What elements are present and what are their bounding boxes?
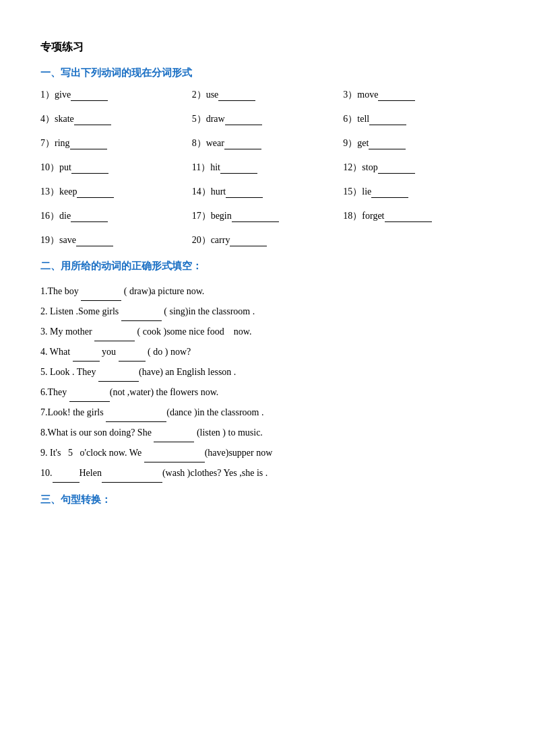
- sentence-1: 1.The boy ( draw)a picture now.: [40, 282, 495, 301]
- sentence-4: 4. What you ( do ) now?: [40, 343, 495, 362]
- exercise-grid: 1）give 2）use 3）move 4）skate 5）draw 6）tel…: [40, 89, 495, 246]
- item-9: 9）get: [343, 137, 495, 149]
- sentence-8: 8.What is our son doing? She (listen ) t…: [40, 423, 495, 442]
- item-20: 20）carry: [192, 234, 344, 246]
- section2-title: 二、用所给的动词的正确形式填空：: [40, 260, 495, 273]
- item-4: 4）skate: [40, 113, 192, 125]
- item-18: 18）forget: [343, 210, 495, 222]
- sentence-10: 10.Helen(wash )clothes? Yes ,she is .: [40, 464, 495, 483]
- sentence-3: 3. My mother ( cook )some nice food now.: [40, 322, 495, 341]
- sentence-7: 7.Look! the girls (dance )in the classro…: [40, 403, 495, 422]
- item-16: 16）die: [40, 210, 192, 222]
- item-12: 12）stop: [343, 162, 495, 174]
- sentence-5: 5. Look . They (have) an English lesson …: [40, 363, 495, 382]
- sentence-6: 6.They (not ,water) the flowers now.: [40, 383, 495, 402]
- item-2: 2）use: [192, 89, 344, 101]
- section1-title: 一、写出下列动词的现在分词形式: [40, 67, 495, 79]
- item-14: 14）hurt: [192, 186, 344, 198]
- item-15: 15）lie: [343, 186, 495, 198]
- item-11: 11）hit: [192, 162, 344, 174]
- sentence-9: 9. It's 5 o'clock now. We (have)supper n…: [40, 444, 495, 462]
- main-title: 专项练习: [40, 40, 495, 55]
- sentence-list: 1.The boy ( draw)a picture now. 2. Liste…: [40, 282, 495, 483]
- item-1: 1）give: [40, 89, 192, 101]
- sentence-2: 2. Listen .Some girls ( sing)in the clas…: [40, 302, 495, 321]
- section3: 三、句型转换：: [40, 493, 495, 506]
- section3-title: 三、句型转换：: [40, 493, 495, 506]
- item-13: 13）keep: [40, 186, 192, 198]
- item-3: 3）move: [343, 89, 495, 101]
- item-6: 6）tell: [343, 113, 495, 125]
- section2: 二、用所给的动词的正确形式填空： 1.The boy ( draw)a pict…: [40, 260, 495, 483]
- item-5: 5）draw: [192, 113, 344, 125]
- item-10: 10）put: [40, 162, 192, 174]
- item-17: 17）begin: [192, 210, 344, 222]
- item-7: 7）ring: [40, 137, 192, 149]
- item-8: 8）wear: [192, 137, 344, 149]
- item-19: 19）save: [40, 234, 192, 246]
